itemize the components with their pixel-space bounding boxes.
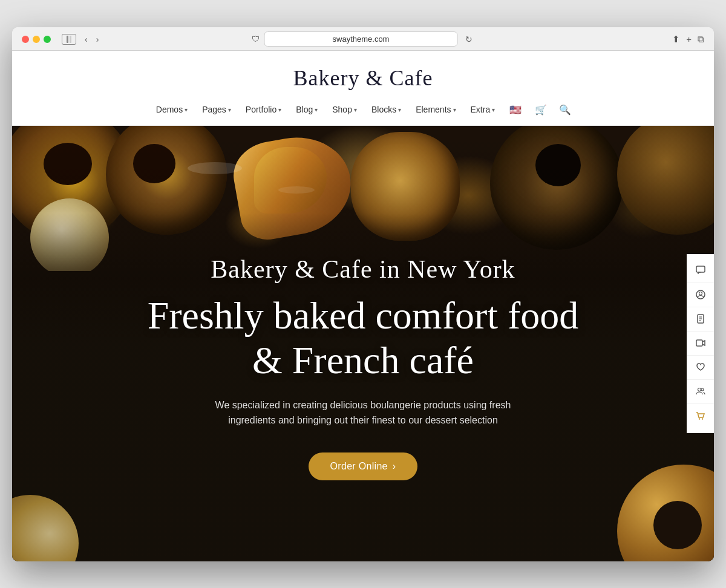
svg-point-11	[702, 418, 703, 419]
corner-bread-bl	[12, 471, 85, 561]
nav-pages[interactable]: Pages ▾	[196, 102, 237, 117]
main-navigation: Demos ▾ Pages ▾ Portfolio ▾ Blog ▾ Shop	[12, 102, 714, 125]
website-content: Bakery & Cafe Demos ▾ Pages ▾ Portfolio …	[12, 51, 714, 561]
address-bar-container: 🛡 swaytheme.com ↻	[252, 31, 475, 47]
chevron-down-icon: ▾	[228, 106, 231, 113]
browser-chrome: ‹ › 🛡 swaytheme.com ↻ ⬆ + ⧉	[12, 27, 714, 51]
close-button[interactable]	[22, 36, 29, 43]
browser-titlebar: ‹ › 🛡 swaytheme.com ↻ ⬆ + ⧉	[22, 33, 704, 45]
site-header: Bakery & Cafe Demos ▾ Pages ▾ Portfolio …	[12, 51, 714, 126]
chevron-down-icon: ▾	[315, 106, 318, 113]
corner-bread-br	[593, 440, 714, 561]
tabs-button[interactable]: ⧉	[698, 34, 704, 45]
chevron-down-icon: ▾	[354, 106, 357, 113]
hero-script-text: Bakery & Cafe in New York	[211, 255, 515, 284]
search-button[interactable]: 🔍	[554, 102, 576, 118]
heart-icon-button[interactable]	[687, 356, 714, 380]
svg-point-2	[699, 292, 702, 295]
minimize-button[interactable]	[33, 36, 40, 43]
svg-point-8	[698, 388, 701, 391]
user-circle-icon	[696, 290, 705, 299]
arrow-icon: ›	[393, 461, 396, 472]
user-icon-button[interactable]	[687, 283, 714, 307]
svg-rect-7	[696, 340, 702, 346]
chat-icon	[696, 266, 705, 275]
nav-portfolio[interactable]: Portfolio ▾	[240, 102, 287, 117]
document-icon-button[interactable]	[687, 307, 714, 332]
chevron-down-icon: ▾	[492, 106, 495, 113]
hero-headline: Freshly baked comfort food & French café	[145, 293, 581, 382]
back-button[interactable]: ‹	[82, 33, 90, 45]
security-icon: 🛡	[252, 34, 260, 44]
flag-icon: 🇺🇸	[509, 104, 522, 116]
new-tab-button[interactable]: +	[686, 34, 692, 44]
nav-blog[interactable]: Blog ▾	[290, 102, 324, 117]
nav-extra[interactable]: Extra ▾	[465, 102, 502, 117]
chat-icon-button[interactable]	[687, 259, 714, 283]
traffic-lights	[22, 36, 51, 43]
forward-button[interactable]: ›	[94, 33, 102, 45]
document-icon	[696, 314, 705, 324]
nav-elements[interactable]: Elements ▾	[410, 102, 462, 117]
nav-blocks[interactable]: Blocks ▾	[365, 102, 407, 117]
order-online-button[interactable]: Order Online ›	[309, 452, 418, 480]
chevron-down-icon: ▾	[453, 106, 456, 113]
svg-rect-0	[696, 266, 705, 272]
chevron-down-icon: ▾	[278, 106, 281, 113]
address-bar[interactable]: swaytheme.com	[264, 31, 458, 47]
nav-flag[interactable]: 🇺🇸	[503, 102, 528, 118]
browser-window: ‹ › 🛡 swaytheme.com ↻ ⬆ + ⧉ Bakery & Caf…	[12, 27, 714, 561]
nav-shop[interactable]: Shop ▾	[326, 102, 363, 117]
reload-button[interactable]: ↻	[463, 33, 475, 45]
site-title: Bakery & Cafe	[12, 65, 714, 91]
svg-point-10	[699, 418, 700, 419]
cart-button[interactable]: 🛒	[530, 102, 552, 118]
cart-sidebar-icon-button[interactable]	[687, 404, 714, 428]
nav-demos[interactable]: Demos ▾	[150, 102, 194, 117]
video-icon-button[interactable]	[687, 332, 714, 356]
titlebar-actions: ⬆ + ⧉	[672, 34, 704, 45]
heart-icon	[696, 362, 705, 372]
sidebar-toggle-button[interactable]	[62, 34, 76, 45]
video-icon	[696, 338, 705, 348]
chevron-down-icon: ▾	[398, 106, 401, 113]
svg-point-9	[701, 388, 704, 391]
sidebar-icon-panel	[687, 254, 714, 433]
hero-description: We specialized in creating delicious bou…	[194, 397, 532, 428]
users-icon	[696, 387, 705, 396]
users-icon-button[interactable]	[687, 380, 714, 404]
maximize-button[interactable]	[44, 36, 51, 43]
cart-sidebar-icon	[696, 411, 705, 421]
chevron-down-icon: ▾	[185, 106, 188, 113]
hero-section: Bakery & Cafe in New York Freshly baked …	[12, 126, 714, 561]
share-button[interactable]: ⬆	[672, 34, 680, 45]
